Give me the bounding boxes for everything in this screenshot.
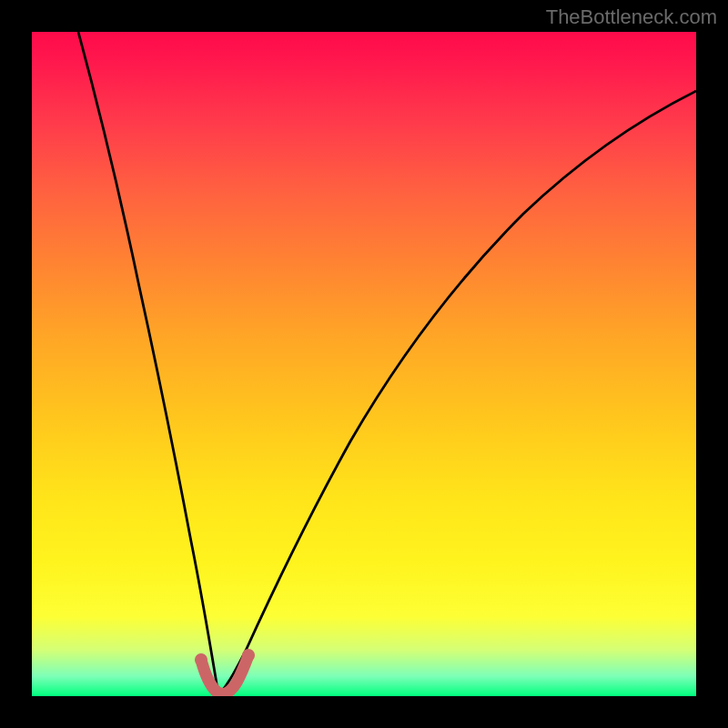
marker-layer [32, 32, 696, 696]
bottleneck-marker [201, 655, 248, 693]
watermark-text: TheBottleneck.com [546, 5, 717, 29]
chart-container: TheBottleneck.com [0, 0, 728, 728]
bottleneck-marker-dot-right [242, 649, 255, 662]
bottleneck-marker-dot-left [195, 653, 207, 666]
plot-area [32, 32, 696, 696]
